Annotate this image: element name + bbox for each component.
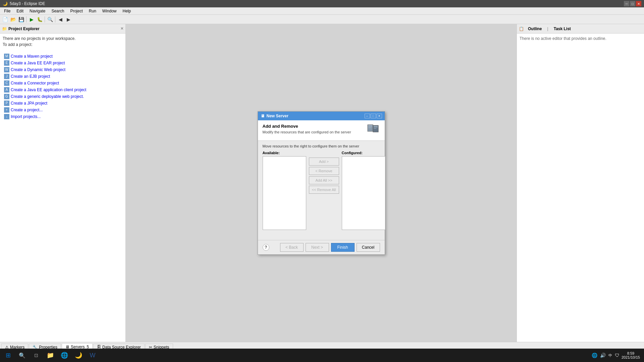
- new-button[interactable]: 📄: [1, 16, 9, 23]
- available-list[interactable]: [263, 156, 306, 230]
- network-icon[interactable]: 🌐: [591, 353, 598, 358]
- create-dynamic-web-link[interactable]: W Create a Dynamic Web project: [3, 66, 123, 73]
- remove-button[interactable]: < Remove: [309, 167, 339, 175]
- time-display: 8:59: [627, 351, 634, 355]
- create-maven-link[interactable]: M Create a Maven project: [3, 53, 123, 60]
- ejb-icon: J: [4, 74, 9, 79]
- remove-all-button[interactable]: << Remove All: [309, 186, 339, 194]
- dialog-title-bar: 🖥 New Server ─ □ ✕: [258, 112, 385, 120]
- no-editor-msg: There is no active editor that provides …: [520, 36, 606, 41]
- antivirus-icon[interactable]: 🛡: [614, 353, 620, 358]
- menu-bar: File Edit Navigate Search Project Run Wi…: [0, 7, 644, 15]
- dialog-close-button[interactable]: ✕: [377, 114, 382, 118]
- dialog-header: Add and Remove Modify the resources that…: [258, 120, 385, 141]
- create-ejb-link[interactable]: J Create an EJB project: [3, 73, 123, 80]
- add-all-button[interactable]: Add All >>: [309, 176, 339, 184]
- svg-rect-7: [374, 128, 376, 129]
- eclipse-taskbar-icon: 🌙: [75, 352, 82, 359]
- forward-nav-button[interactable]: ▶: [65, 16, 72, 23]
- import-projects-link[interactable]: ↓ Import projects...: [3, 113, 123, 120]
- title-bar: 🌙 5day3 - Eclipse IDE ─ □ ✕: [0, 0, 644, 7]
- debug-button[interactable]: 🐛: [36, 16, 43, 23]
- task-view-button[interactable]: ⊡: [30, 349, 43, 361]
- right-panel: 📋 Outline | Task List There is no active…: [517, 24, 644, 342]
- taskbar-right: 🌐 🔊 中 🛡 8:59 2021/10/15: [591, 351, 643, 359]
- dialog-header-desc: Modify the resources that are configured…: [263, 130, 351, 134]
- menu-file[interactable]: File: [1, 8, 13, 14]
- open-button[interactable]: 📂: [9, 16, 17, 23]
- create-project-label: Create a project...: [11, 108, 43, 112]
- configured-section: Configured:: [342, 151, 385, 230]
- svg-rect-6: [374, 127, 378, 128]
- connector-icon: C: [4, 80, 9, 86]
- project-explorer-panel: 📁 Project Explorer ✕ There are no projec…: [0, 24, 126, 342]
- volume-icon[interactable]: 🔊: [599, 353, 606, 358]
- search-taskbar-button[interactable]: 🔍: [15, 349, 29, 361]
- menu-help[interactable]: Help: [120, 8, 134, 14]
- project-icon: +: [4, 107, 9, 113]
- dialog-minimize-button[interactable]: ─: [365, 114, 370, 118]
- menu-navigate[interactable]: Navigate: [27, 8, 48, 14]
- file-explorer-icon: 📁: [47, 352, 54, 359]
- toolbar-sep-2: [45, 16, 45, 22]
- ime-icon[interactable]: 中: [608, 353, 613, 358]
- create-generic-web-link[interactable]: G Create a generic deployable web projec…: [3, 93, 123, 100]
- file-explorer-taskbar[interactable]: 📁: [44, 349, 57, 361]
- menu-search[interactable]: Search: [49, 8, 67, 14]
- search-button[interactable]: 🔍: [46, 16, 54, 23]
- import-projects-label: Import projects...: [11, 114, 41, 119]
- menu-edit[interactable]: Edit: [14, 8, 26, 14]
- dialog-buttons: ? < Back Next > Finish Cancel: [258, 240, 385, 254]
- add-button[interactable]: Add >: [309, 158, 339, 166]
- new-server-dialog: 🖥 New Server ─ □ ✕ Add and Remove Modify…: [258, 111, 385, 255]
- toolbar-sep-1: [26, 16, 26, 22]
- create-ear-link[interactable]: E Create a Java EE EAR project: [3, 60, 123, 66]
- browser-icon: 🌐: [61, 352, 68, 359]
- generic-web-icon: G: [4, 94, 9, 99]
- resource-buttons: Add > < Remove Add All >> << Remove All: [306, 151, 342, 194]
- close-button[interactable]: ✕: [636, 1, 641, 6]
- run-button[interactable]: ▶: [28, 16, 35, 23]
- title-bar-controls: ─ □ ✕: [624, 1, 641, 6]
- web-icon: W: [4, 67, 9, 72]
- menu-project[interactable]: Project: [67, 8, 85, 14]
- window-title: 5day3 - Eclipse IDE: [10, 1, 45, 6]
- finish-button[interactable]: Finish: [331, 243, 355, 252]
- project-explorer-title: Project Explorer: [8, 26, 40, 31]
- eclipse-taskbar[interactable]: 🌙: [72, 349, 85, 361]
- minimize-button[interactable]: ─: [624, 1, 629, 6]
- menu-run[interactable]: Run: [86, 8, 99, 14]
- back-button[interactable]: < Back: [280, 243, 304, 252]
- svg-rect-3: [368, 128, 371, 128]
- main-area: 📁 Project Explorer ✕ There are no projec…: [0, 24, 644, 342]
- task-list-tab[interactable]: Task List: [552, 26, 572, 31]
- outline-sep: |: [547, 26, 548, 31]
- outline-tab[interactable]: Outline: [527, 26, 543, 31]
- back-nav-button[interactable]: ◀: [57, 16, 64, 23]
- dialog-maximize-button[interactable]: □: [371, 114, 376, 118]
- save-button[interactable]: 💾: [17, 16, 25, 23]
- help-button[interactable]: ?: [263, 244, 269, 251]
- word-taskbar[interactable]: W: [86, 349, 99, 361]
- cancel-button[interactable]: Cancel: [357, 243, 380, 252]
- clock[interactable]: 8:59 2021/10/15: [622, 351, 640, 359]
- no-projects-msg: There are no projects in your workspace.: [3, 36, 123, 41]
- menu-window[interactable]: Window: [100, 8, 119, 14]
- configured-label: Configured:: [342, 151, 385, 155]
- create-app-client-link[interactable]: A Create a Java EE application client pr…: [3, 86, 123, 93]
- dialog-footer-info: [258, 233, 385, 240]
- next-button[interactable]: Next >: [306, 243, 329, 252]
- start-button[interactable]: ⊞: [1, 349, 15, 361]
- configured-list[interactable]: [342, 156, 385, 230]
- available-section: Available:: [263, 151, 306, 230]
- create-jpa-link[interactable]: P Create a JPA project: [3, 100, 123, 107]
- toolbar-sep-3: [55, 16, 55, 22]
- dialog-title-left: 🖥 New Server: [261, 114, 288, 118]
- create-project-link[interactable]: + Create a project...: [3, 107, 123, 113]
- maximize-button[interactable]: □: [630, 1, 635, 6]
- create-connector-link[interactable]: C Create a Connector project: [3, 80, 123, 86]
- dialog-instruction: Move resources to the right to configure…: [263, 144, 380, 148]
- eclipse-icon: 🌙: [3, 1, 8, 6]
- browser-taskbar[interactable]: 🌐: [58, 349, 71, 361]
- dialog-title-label: New Server: [267, 114, 288, 118]
